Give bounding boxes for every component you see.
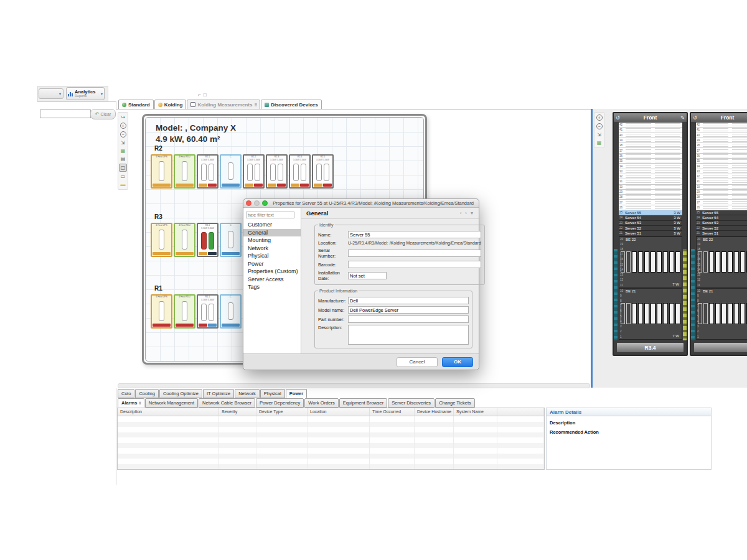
cancel-button[interactable]: Cancel [397, 357, 438, 367]
tab-discovered-devices[interactable]: Discovered Devices [261, 100, 322, 110]
dialog-nav-properties--custom-[interactable]: Properties (Custom) [243, 268, 301, 276]
rack-device[interactable]: 20191817161514131211BE 227 W [619, 236, 682, 288]
bottom-tab-network-cable-browser[interactable]: Network Cable Browser [199, 398, 255, 408]
bottom-tab-power[interactable]: Power [286, 389, 308, 398]
floor-rack[interactable]: R2.13.1kW 3.3kW [197, 154, 218, 189]
analytics-button[interactable]: Analytics Reports ▾ [66, 87, 105, 100]
dialog-nav-power[interactable]: Power [243, 260, 301, 268]
rack-slot-u26[interactable]: 26 [696, 205, 747, 210]
rack-device[interactable]: 10987654321BE 217 W [619, 288, 682, 340]
minimize-button[interactable] [254, 200, 260, 206]
table-row[interactable] [118, 437, 544, 443]
rack-slot-u35[interactable]: 35 [696, 159, 747, 164]
chevron-down-icon[interactable]: ▾ [471, 210, 473, 216]
rack-server-row[interactable]: 25Server 553 W [619, 210, 682, 215]
rack-slot-u39[interactable]: 39 [619, 138, 682, 143]
rack-slot-u34[interactable]: 34 [619, 164, 682, 169]
rack-slot-u39[interactable]: 39 [696, 138, 747, 143]
rack-slot-u28[interactable]: 28 [619, 195, 682, 200]
table-row[interactable] [118, 454, 544, 459]
rack-server-row[interactable]: 22Server 523 W [619, 226, 682, 231]
toolbar-dropdown[interactable]: ▾ [39, 88, 63, 99]
highlight-icon[interactable]: ▬ [120, 181, 126, 188]
grid-icon[interactable]: ▦ [596, 139, 603, 146]
tab-kolding[interactable]: Kolding [154, 100, 187, 110]
fit-icon[interactable]: ⇲ [120, 139, 126, 146]
rack-device[interactable]: 20191817161514131211BE 22 [696, 236, 747, 288]
rack-slot-u40[interactable]: 40 [696, 133, 747, 138]
rack-elevation-r34[interactable]: ↺ Front ✎ 424140393837363534333231302928… [613, 112, 688, 356]
bottom-tab-alarms[interactable]: Alarms⠿ [118, 398, 144, 408]
floor-rack[interactable]: C [220, 294, 242, 329]
rack-slot-u30[interactable]: 30 [619, 185, 682, 190]
installation-date-field[interactable] [348, 272, 387, 279]
rack-slot-u34[interactable]: 34 [696, 164, 747, 169]
rack-slot-u32[interactable]: 32 [619, 174, 682, 179]
rack-server-row[interactable]: 21Server 513 W [619, 231, 682, 236]
rack-slot-u42[interactable]: 42 [619, 123, 682, 128]
edit-icon[interactable]: ✎ [680, 115, 685, 121]
bottom-tab-power-dependency[interactable]: Power Dependency [256, 398, 304, 408]
select-icon[interactable]: ▢ [119, 164, 127, 172]
clear-button[interactable]: ↶ Clear [90, 109, 116, 119]
rack-slot-u29[interactable]: 29 [696, 190, 747, 195]
dialog-nav-network[interactable]: Network [243, 245, 301, 253]
table-row[interactable] [118, 459, 544, 464]
dialog-nav-general[interactable]: General [243, 229, 301, 237]
dialog-nav-tags[interactable]: Tags [243, 283, 301, 291]
rack-slot-u29[interactable]: 29 [619, 190, 682, 195]
dialog-nav-physical[interactable]: Physical [243, 252, 301, 260]
rack-device[interactable]: 10987654321BE 21 [696, 288, 747, 340]
rack-slot-u33[interactable]: 33 [619, 169, 682, 174]
rack-server-row[interactable]: 23Server 53 [696, 221, 747, 226]
floor-rack[interactable]: R2.53.1kW 3.3kW [312, 154, 334, 189]
floor-rack[interactable]: 4 Heat UPS [151, 154, 172, 189]
rack-server-row[interactable]: 24Server 543 W [619, 215, 682, 220]
rack-slot-u40[interactable]: 40 [619, 133, 682, 138]
table-row[interactable] [118, 416, 544, 422]
rack-slot-u38[interactable]: 38 [696, 143, 747, 148]
rack-slot-u26[interactable]: 26 [619, 205, 682, 210]
rack-slot-u38[interactable]: 38 [619, 143, 682, 148]
table-row[interactable] [118, 422, 544, 427]
rack-server-row[interactable]: 25Server 55 [696, 210, 747, 215]
filter-input[interactable] [246, 212, 294, 218]
bottom-tab-network[interactable]: Network [235, 389, 260, 398]
rack-slot-u36[interactable]: 36 [696, 154, 747, 159]
bottom-tab-physical[interactable]: Physical [260, 389, 285, 398]
rack-slot-u41[interactable]: 41 [696, 128, 747, 133]
rack-slot-u32[interactable]: 32 [696, 174, 747, 179]
rack-slot-u31[interactable]: 31 [696, 179, 747, 184]
table-row[interactable] [118, 443, 544, 449]
nav-back-icon[interactable]: ‹ [460, 210, 462, 216]
floor-rack[interactable]: R2.33.1kW 3.3kW [266, 154, 288, 189]
floor-rack[interactable]: R1.13.1kW 3.3kW [197, 294, 218, 329]
rotate-icon[interactable]: ↺ [693, 115, 697, 121]
close-button[interactable] [246, 200, 251, 206]
zoom-out-icon[interactable]: − [596, 123, 603, 129]
rack-slot-u41[interactable]: 41 [619, 128, 682, 133]
bottom-tab-server-discoveries[interactable]: Server Discoveries [388, 398, 435, 408]
rotate-icon[interactable]: ↺ [616, 115, 620, 121]
rack-slot-u35[interactable]: 35 [619, 159, 682, 164]
rack-elevation-next[interactable]: ↺ Front ✎ 424140393837363534333231302928… [690, 112, 747, 356]
zoom-button[interactable] [262, 200, 268, 206]
manufacturer-field[interactable] [348, 297, 469, 304]
name-field[interactable] [348, 231, 481, 238]
floor-rack[interactable]: 4 Heat UPS [151, 294, 172, 329]
tab-kolding-measurements[interactable]: Kolding Measurements⠿ [187, 100, 260, 110]
search-input[interactable] [40, 110, 91, 118]
fit-icon[interactable]: ⇲ [596, 131, 603, 138]
rack-slot-u42[interactable]: 42 [696, 123, 747, 128]
nav-forward-icon[interactable]: › [465, 210, 467, 216]
alarms-table[interactable]: DescriptionSeverityDevice TypeLocationTi… [117, 408, 545, 470]
table-row[interactable] [118, 427, 544, 432]
rack-server-row[interactable]: 21Server 51 [696, 231, 747, 236]
zoom-in-icon[interactable]: + [596, 114, 603, 121]
dialog-nav-mounting[interactable]: Mounting [243, 236, 301, 245]
rack-slot-u30[interactable]: 30 [696, 185, 747, 190]
dialog-nav-server-access[interactable]: Server Access [243, 276, 301, 284]
rack-slot-u36[interactable]: 36 [619, 154, 682, 159]
rack-slot-u28[interactable]: 28 [696, 195, 747, 200]
zoom-in-icon[interactable]: + [120, 123, 126, 129]
